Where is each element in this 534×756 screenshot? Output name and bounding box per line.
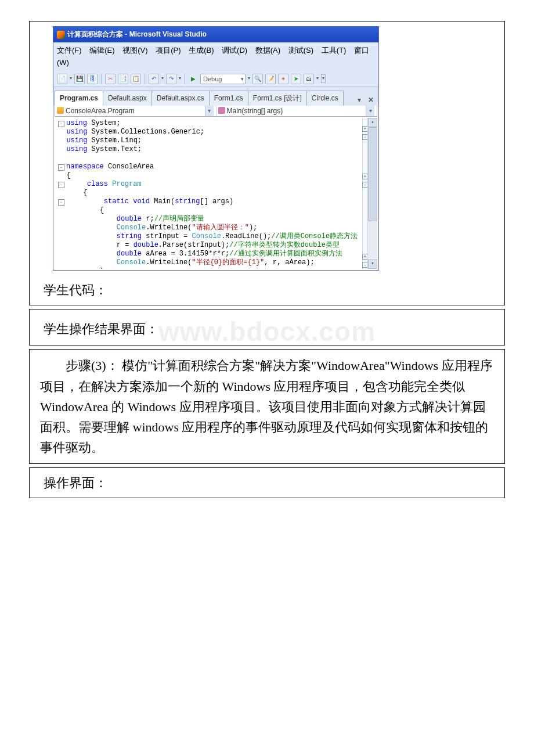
student-ui-label: 学生操作结果界面： [44,319,490,339]
vs-title: 计算面积综合方案 - Microsoft Visual Studio [67,29,207,40]
scroll-thumb[interactable] [368,127,377,221]
redo-icon[interactable]: ↷ [166,74,176,84]
toolbar-separator [185,74,185,84]
nav-method-combo[interactable]: Main(string[] args) [217,106,377,116]
toolbar-separator [145,74,145,84]
tab-default-aspx[interactable]: Default.aspx [103,91,152,106]
vs-logo-icon [57,31,65,39]
box-step3: 步骤(3)： 模仿"计算面积综合方案"解决方案"WindowArea"Windo… [29,349,505,464]
menu-tools[interactable]: 工具(T) [322,46,347,55]
step3-text: 步骤(3)： 模仿"计算面积综合方案"解决方案"WindowArea"Windo… [40,355,494,458]
code-content[interactable]: -using System; using System.Collections.… [55,118,362,269]
side-strip: + - + - + - [362,118,367,269]
student-code-label: 学生代码： [30,275,504,305]
vs-doctabs: Program.cs Default.aspx Default.aspx.cs … [53,87,378,106]
toolbar-separator [101,74,102,84]
method-icon [218,107,225,114]
tab-default-aspx-cs[interactable]: Default.aspx.cs [151,91,210,106]
menu-edit[interactable]: 编辑(E) [89,46,114,55]
save-icon[interactable]: 💾 [74,74,85,84]
vs-editor[interactable]: -using System; using System.Collections.… [55,118,377,269]
menu-project[interactable]: 项目(P) [156,46,181,55]
menu-data[interactable]: 数据(A) [255,46,280,55]
tab-program-cs[interactable]: Program.cs [55,91,103,106]
undo-icon[interactable]: ↶ [149,74,159,84]
config-combo[interactable]: Debug [200,74,246,84]
vs-menubar: 文件(F) 编辑(E) 视图(V) 项目(P) 生成(B) 调试(D) 数据(A… [53,42,378,71]
tab-dropdown-icon[interactable]: ▾ [354,95,365,106]
ui-label: 操作界面： [30,468,504,498]
vs-window: 计算面积综合方案 - Microsoft Visual Studio 文件(F)… [53,26,379,271]
props-icon[interactable]: ➤ [291,74,301,84]
menu-debug[interactable]: 调试(D) [222,46,247,55]
find-icon[interactable]: 🔍 [252,74,263,84]
vs-navbar: ConsoleArea.Program Main(string[] args) [55,106,377,117]
vertical-scrollbar[interactable]: ▴ ▾ [367,118,377,269]
explorer-icon[interactable]: 🗂 [304,74,314,84]
cut-icon[interactable]: ✂ [105,74,116,84]
comment-icon[interactable]: 📝 [265,74,276,84]
toolbox-icon[interactable]: ✴ [278,74,288,84]
menu-build[interactable]: 生成(B) [189,46,214,55]
menu-test[interactable]: 测试(S) [288,46,313,55]
new-project-icon[interactable]: 📄 [57,74,67,84]
start-icon[interactable]: ▶ [189,74,198,84]
vs-toolbar: 📄 ▾ 💾 🗄 ✂ 📑 📋 ↶ ▾ ↷ ▾ ▶ Debug ▾ 🔍 📝 ✴ [53,71,378,87]
class-icon [57,107,64,114]
box-student-ui: www.bdocx.com 学生操作结果界面： [29,309,505,345]
vs-titlebar: 计算面积综合方案 - Microsoft Visual Studio [53,27,378,42]
copy-icon[interactable]: 📑 [118,74,128,84]
menu-file[interactable]: 文件(F) [57,46,82,55]
tab-circle-cs[interactable]: Circle.cs [306,91,344,106]
tab-close-icon[interactable]: ✕ [365,95,377,106]
paste-icon[interactable]: 📋 [131,74,141,84]
nav-class-combo[interactable]: ConsoleArea.Program [55,106,217,116]
scroll-down-icon[interactable]: ▾ [368,260,377,269]
menu-view[interactable]: 视图(V) [122,46,147,55]
tab-form1-cs-design[interactable]: Form1.cs [设计] [248,91,307,106]
box-ui-label: 操作界面： [29,467,505,498]
tab-form1-cs[interactable]: Form1.cs [209,91,248,106]
save-all-icon[interactable]: 🗄 [87,74,98,84]
scroll-up-icon[interactable]: ▴ [368,118,377,127]
box-vs-screenshot: 计算面积综合方案 - Microsoft Visual Studio 文件(F)… [29,21,505,305]
